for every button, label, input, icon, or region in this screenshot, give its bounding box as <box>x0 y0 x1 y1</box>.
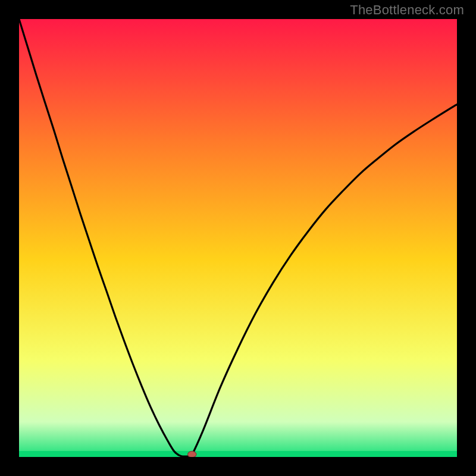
bottom-axis-band <box>19 451 457 457</box>
bottleneck-curve-chart <box>19 19 457 457</box>
chart-frame: TheBottleneck.com <box>0 0 476 476</box>
watermark-text: TheBottleneck.com <box>350 2 464 18</box>
plot-area <box>19 19 457 457</box>
gradient-background <box>19 19 457 457</box>
optimal-point-marker <box>188 451 196 457</box>
